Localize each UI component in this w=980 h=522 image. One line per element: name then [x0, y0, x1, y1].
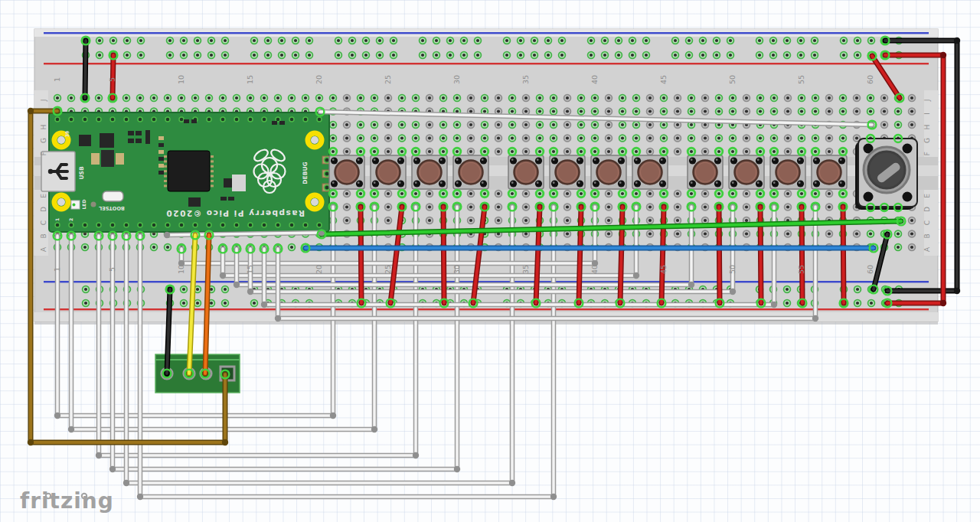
breadboard-label: 50 — [728, 265, 737, 274]
breadboard-label: 30 — [452, 75, 461, 84]
pico-component — [100, 133, 114, 148]
button-cap[interactable] — [377, 161, 400, 184]
breadboard-label: G — [40, 138, 47, 143]
button-cap[interactable] — [459, 161, 483, 184]
pico-text: LED — [81, 200, 87, 210]
button-cap[interactable] — [694, 161, 717, 184]
jumper-red-btn7[interactable] — [620, 207, 622, 303]
breadboard-label: 25 — [384, 265, 392, 274]
rp2040-chip — [168, 151, 210, 191]
pico-component — [220, 197, 227, 201]
jumper-white-rowB[interactable] — [167, 233, 322, 235]
button-cap[interactable] — [335, 161, 359, 184]
rotary-encoder[interactable] — [855, 139, 917, 210]
jumper-red-btn5[interactable] — [536, 207, 540, 303]
breadboard-label: 10 — [177, 75, 185, 84]
breadboard-label: 15 — [246, 265, 254, 274]
breadboard-label: 35 — [521, 265, 530, 274]
push-button-1[interactable] — [329, 155, 364, 189]
breadboard-label: H — [40, 125, 47, 130]
breadboard-label: I — [40, 113, 47, 115]
jumper-red-btn10[interactable] — [760, 207, 761, 303]
pico-component — [158, 157, 164, 161]
pico-component — [79, 135, 91, 146]
breadboard-label: 30 — [452, 265, 461, 274]
push-button-12[interactable] — [812, 155, 847, 189]
pico-component — [191, 119, 197, 123]
breadboard-label: C — [40, 220, 47, 225]
pico-component — [272, 121, 277, 125]
breadboard-label: 10 — [177, 265, 185, 274]
pico-component — [188, 197, 201, 207]
button-cap[interactable] — [735, 161, 759, 184]
breadboard-label: 55 — [797, 265, 805, 274]
push-button-6[interactable] — [550, 155, 585, 189]
breadboard-label: E — [923, 194, 931, 198]
breadboard-label: 5 — [108, 267, 116, 272]
pico-component — [158, 171, 164, 175]
pico-component — [136, 131, 142, 135]
jumper-red-btn1[interactable] — [361, 207, 361, 303]
button-cap[interactable] — [818, 161, 841, 184]
breadboard-label: G — [923, 138, 931, 143]
breadboard-label: 60 — [866, 75, 874, 84]
breadboard-label: 20 — [315, 265, 323, 274]
pico-component — [128, 131, 134, 135]
pico-component — [158, 164, 164, 168]
pico-component — [158, 143, 164, 147]
pico-component — [128, 139, 134, 143]
breadboard-label: 25 — [384, 75, 392, 84]
jumper-red-btn8[interactable] — [662, 207, 664, 303]
button-cap[interactable] — [418, 161, 442, 184]
raspberry-pi-pico[interactable]: Raspberry Pi Pico ©2020BOOTSELDEBUGUSBLE… — [41, 113, 329, 233]
breadboard-label: 15 — [246, 75, 254, 84]
button-cap[interactable] — [639, 161, 662, 184]
pico-component — [232, 175, 246, 191]
push-button-5[interactable] — [508, 155, 544, 189]
push-button-11[interactable] — [770, 155, 805, 189]
push-button-4[interactable] — [453, 155, 488, 189]
pico-component — [184, 119, 189, 123]
fritzing-canvas: Raspberry Pi Pico ©2020BOOTSELDEBUGUSBLE… — [0, 0, 980, 522]
breadboard-label: B — [40, 233, 47, 238]
pico-component — [91, 153, 100, 165]
breadboard-label: 1 — [53, 267, 61, 272]
bootsel-button[interactable] — [103, 191, 123, 201]
jumper-red-btn3[interactable] — [443, 207, 444, 303]
button-cap[interactable] — [597, 161, 621, 184]
breadboard-label: 45 — [659, 75, 668, 84]
breadboard-label: J — [923, 100, 931, 103]
pico-text: DEBUG — [302, 161, 309, 184]
wire-red-rail-left[interactable] — [113, 55, 113, 98]
push-button-3[interactable] — [412, 155, 447, 189]
jumper-red-btn9[interactable] — [719, 207, 720, 303]
button-cap[interactable] — [556, 161, 580, 184]
jumper-red-btn6[interactable] — [579, 207, 581, 303]
pico-component — [145, 130, 150, 144]
pico-text: USB — [78, 166, 85, 179]
breadboard-label: F — [923, 152, 931, 155]
breadboard-label: C — [923, 220, 931, 225]
breadboard-label: 5 — [108, 77, 116, 82]
pico-text: Raspberry Pi Pico ©2020 — [165, 209, 305, 218]
breadboard-label: D — [40, 207, 47, 212]
push-button-10[interactable] — [729, 155, 764, 189]
push-button-7[interactable] — [591, 155, 626, 189]
breadboard-label: H — [923, 125, 931, 130]
button-cap[interactable] — [776, 161, 800, 184]
breadboard-label: A — [40, 246, 47, 252]
pico-component — [158, 136, 164, 140]
push-button-2[interactable] — [371, 155, 406, 189]
push-button-9[interactable] — [688, 155, 723, 189]
wire-orange-pcb[interactable] — [205, 235, 209, 374]
wire-black-rail-left[interactable] — [85, 41, 86, 98]
pico-text: 2 — [68, 218, 74, 221]
button-cap[interactable] — [514, 161, 538, 184]
breadboard-label: 20 — [315, 75, 323, 84]
breadboard-label: A — [923, 246, 931, 252]
breadboard-label: E — [40, 194, 47, 198]
pico-component — [228, 197, 234, 201]
push-button-8[interactable] — [632, 155, 668, 189]
breadboard-label: 50 — [728, 75, 737, 84]
wire-black-pcb[interactable] — [167, 289, 170, 374]
